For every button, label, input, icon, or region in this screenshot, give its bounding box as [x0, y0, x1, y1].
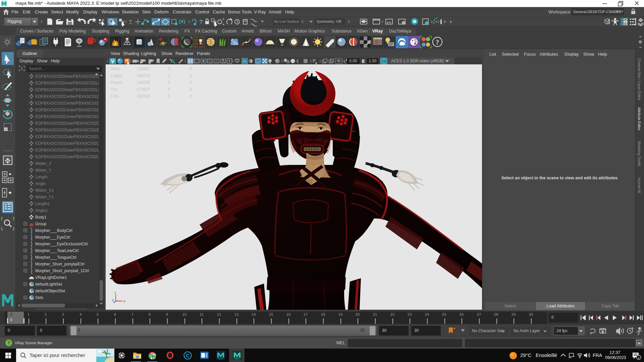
svg-text:Morpher_Short_ponytail_1Ctrl: Morpher_Short_ponytail_1Ctrl — [35, 268, 89, 273]
svg-text:defaultLightSet: defaultLightSet — [35, 282, 62, 287]
svg-text:Morpher___TongueCtrl: Morpher___TongueCtrl — [35, 255, 76, 260]
svg-text:EOFBXASC032CenterFBXASC032Lowe: EOFBXASC032CenterFBXASC032Lower — [35, 114, 99, 119]
svg-text:EOFBXASC032OuterFBXASC032Lower: EOFBXASC032OuterFBXASC032LowerI — [35, 155, 99, 159]
svg-text:y: y — [114, 290, 116, 294]
svg-text:EOFBXASC032OuterFBXASC032Lower: EOFBXASC032OuterFBXASC032LowerI — [35, 148, 99, 153]
svg-text:Morpher___BodyCtrl: Morpher___BodyCtrl — [35, 228, 72, 233]
svg-text:Widen_Y: Widen_Y — [35, 168, 52, 173]
svg-text:x: x — [123, 299, 125, 303]
svg-text:Length1: Length1 — [35, 201, 50, 206]
svg-text:Widen_X: Widen_X — [35, 161, 52, 166]
svg-text:C: C — [186, 353, 190, 358]
svg-text:EOFBXASC032CenterFBXASC032Uppe: EOFBXASC032CenterFBXASC032Uppe — [35, 94, 99, 99]
svg-text:1: 1 — [638, 356, 639, 359]
svg-text:EOFBXASC032OuterFBXASC032Depth: EOFBXASC032OuterFBXASC032Depth — [35, 128, 99, 132]
svg-text:?: ? — [7, 340, 10, 346]
svg-text:EOFBXASC032OuterFBXASC032Upper: EOFBXASC032OuterFBXASC032Upper — [35, 134, 99, 139]
svg-text:Angle1: Angle1 — [35, 208, 48, 213]
svg-text:Sets: Sets — [35, 295, 43, 300]
svg-text:VRayLightDome1: VRayLightDome1 — [35, 275, 67, 280]
svg-text:Morpher___TearLineCtrl: Morpher___TearLineCtrl — [35, 248, 78, 253]
svg-text:?: ? — [199, 19, 203, 25]
svg-text:z: z — [112, 298, 114, 302]
svg-text:EOFBXASC032OuterFBXASC032Depth: EOFBXASC032OuterFBXASC032Depth — [35, 121, 99, 126]
svg-text:Widen_Y1: Widen_Y1 — [35, 195, 54, 199]
svg-text:EOFBXASC032InnerFBXASC032Upper: EOFBXASC032InnerFBXASC032UpperF — [35, 74, 99, 79]
svg-text:EOFBXASC032InnerFBXASC032Lower: EOFBXASC032InnerFBXASC032LowerF — [35, 87, 99, 92]
svg-text:EOFBXASC032CenterFBXASC032Lowe: EOFBXASC032CenterFBXASC032Lower — [35, 108, 99, 112]
svg-text:MAYA: MAYA — [235, 358, 239, 360]
svg-text:Morpher___EyeOcclusionCtrl: Morpher___EyeOcclusionCtrl — [35, 242, 88, 246]
svg-text:Morpher_Short_ponytailCtrl: Morpher_Short_ponytailCtrl — [35, 262, 85, 266]
svg-text:Morpher___EyeCtrl: Morpher___EyeCtrl — [35, 235, 70, 240]
svg-text:EOFBXASC032InnerFBXASC032Lower: EOFBXASC032InnerFBXASC032LowerF — [35, 81, 99, 85]
svg-text:defaultObjectSet: defaultObjectSet — [35, 289, 65, 293]
svg-text:MAYA: MAYA — [218, 358, 223, 360]
svg-text:EOFBXASC032CenterFBXASC032Uppe: EOFBXASC032CenterFBXASC032Uppe — [35, 101, 99, 106]
svg-text:ON: ON — [382, 60, 385, 62]
svg-text:Widen_X1: Widen_X1 — [35, 188, 54, 193]
svg-text:EOFBXASC032OuterFBXASC032Upper: EOFBXASC032OuterFBXASC032Upper — [35, 141, 99, 146]
svg-text:Angle: Angle — [35, 181, 46, 186]
svg-text:h: h — [153, 356, 155, 359]
svg-text:IPR: IPR — [387, 21, 391, 24]
svg-text:Body1: Body1 — [35, 215, 47, 220]
svg-text:?: ? — [436, 39, 439, 46]
svg-text:Length: Length — [35, 175, 48, 179]
svg-text:Group: Group — [35, 222, 47, 226]
svg-text:T: T — [228, 59, 231, 63]
